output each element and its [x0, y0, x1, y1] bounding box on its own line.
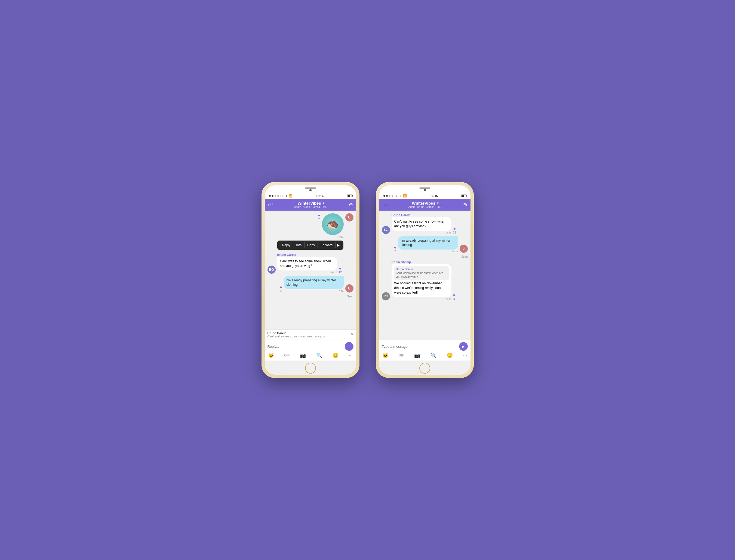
- msg1-like-count: 12: [339, 271, 342, 274]
- msg2-heart: ♥ 2: [280, 285, 282, 293]
- more-toolbar-icon[interactable]: ···: [349, 353, 353, 358]
- signal-dot-2-3: [389, 195, 390, 197]
- input-row-1: ↑: [267, 342, 353, 351]
- p2-bubble-1: Can't wait to see some snow! when are yo…: [392, 217, 451, 231]
- p2-avatar-user: U: [460, 245, 468, 253]
- add-contact-button-1[interactable]: ⊕: [349, 202, 353, 208]
- header-center-1: WinterVibes ▼ Adam, Bruno, Camiia, Eloi.…: [276, 201, 347, 208]
- reply-preview-name: Bruno Garcia: [267, 331, 350, 335]
- quote-reference: Bruno Garcia Can't wait to see some snow…: [394, 266, 449, 280]
- back-chevron-icon: ‹: [268, 202, 269, 207]
- p2-bubble-text-1: Can't wait to see some snow! when are yo…: [394, 220, 445, 228]
- message-row-2: ♥ 2 I'm already preparing all my winter …: [267, 276, 353, 293]
- status-right-2: [461, 195, 466, 197]
- p2-emoji-toolbar-icon[interactable]: 😐: [447, 352, 453, 358]
- chat-area-1: ♥ 2 🦔 16:14 U Reply Info Copy For: [265, 211, 356, 330]
- camera: [309, 189, 312, 191]
- chat-title-1: WinterVibes ▼: [276, 201, 347, 205]
- copy-context-btn[interactable]: Copy: [305, 242, 318, 248]
- send-button-2[interactable]: ▶: [459, 342, 468, 351]
- camera-2: [424, 189, 426, 191]
- heart-icon-msg1[interactable]: ♥: [339, 266, 341, 271]
- p2-heart-icon-msg3[interactable]: ♥: [453, 293, 455, 297]
- sticker-heart: ♥ 2: [318, 213, 320, 221]
- p2-msg3-heart: ♥ 3: [453, 293, 455, 300]
- p2-sticker-toolbar-icon[interactable]: 🐱: [382, 352, 388, 358]
- header-center-2: WinterVibes ▼ Adam, Bruno, Camiia, Eloi.…: [390, 201, 461, 208]
- context-menu-container: Reply Info Copy Forward ▶: [267, 241, 353, 251]
- p2-heart-icon-msg2[interactable]: ♥: [394, 245, 396, 250]
- carrier-label: BELL: [281, 194, 288, 198]
- home-area-2: [379, 361, 470, 375]
- heart-icon-sticker[interactable]: ♥: [318, 213, 320, 218]
- p2-camera-toolbar-icon[interactable]: 📷: [414, 352, 420, 358]
- status-bar-1: BELL 📶 16:16: [265, 192, 356, 199]
- quote-text: Can't wait to see some snow! when are yo…: [396, 271, 447, 279]
- home-button-2[interactable]: [419, 363, 430, 374]
- p2-bubble-text-3: We booked a flight on November 8th..so w…: [394, 281, 442, 294]
- signal-dot-2-2: [386, 195, 388, 197]
- p2-bubble-time-1: 16:15: [392, 231, 451, 234]
- home-button-1[interactable]: [305, 363, 316, 374]
- input-row-2: ▶: [382, 342, 468, 351]
- p2-gif-toolbar-btn[interactable]: GIF: [398, 353, 404, 357]
- gif-toolbar-btn[interactable]: GIF: [284, 353, 290, 357]
- add-person-icon-2: ⊕: [463, 202, 467, 207]
- status-bar-2: BELL 📶 16:16: [379, 192, 470, 199]
- avatar-bruno-1: BG: [267, 266, 276, 274]
- back-button-2[interactable]: ‹ 11: [382, 202, 388, 207]
- status-time-2: 16:16: [430, 194, 438, 198]
- p2-msg2-heart: ♥ 2: [394, 245, 396, 253]
- bubble-text-1: Can't wait to see some snow! when are yo…: [280, 259, 331, 268]
- signal-dot-4: [277, 195, 279, 197]
- back-count-2: 11: [384, 203, 388, 207]
- heart-icon-msg2[interactable]: ♥: [280, 285, 282, 290]
- p2-msg1-like-count: 12: [453, 231, 456, 234]
- emoji-toolbar-icon[interactable]: 😐: [333, 352, 339, 358]
- reply-close-button[interactable]: ✕: [350, 331, 353, 337]
- back-count-1: 11: [270, 203, 273, 207]
- p2-bubble-time-2: 16:16: [398, 250, 458, 253]
- p2-bubble-wrap-2: I'm already preparing all my winter clot…: [398, 236, 458, 253]
- phone-2-screen: BELL 📶 16:16 ‹ 11 WinterVibe: [379, 185, 470, 375]
- battery-icon-2: [461, 195, 466, 197]
- bubble-1: Can't wait to see some snow! when are yo…: [277, 257, 337, 270]
- reply-context-btn[interactable]: Reply: [279, 242, 294, 248]
- signal-dot-2-1: [383, 195, 385, 197]
- forward-context-btn[interactable]: Forward: [318, 242, 336, 248]
- sticker-toolbar-icon[interactable]: 🐱: [268, 352, 274, 358]
- signal-dot-3: [275, 195, 276, 197]
- camera-toolbar-icon[interactable]: 📷: [300, 352, 306, 358]
- reply-preview-1: Bruno Garcia Can't wait to see some snow…: [265, 330, 356, 340]
- add-contact-button-2[interactable]: ⊕: [463, 202, 467, 208]
- title-text-2: WinterVibes: [412, 201, 435, 205]
- dropdown-icon-1: ▼: [322, 202, 325, 205]
- message-input-1[interactable]: [267, 344, 343, 349]
- sticker-image: 🦔: [322, 213, 344, 235]
- p2-message-row-1: BG Bruno Garcia Can't wait to see some s…: [382, 213, 468, 234]
- chat-header-1: ‹ 11 WinterVibes ▼ Adam, Bruno, Camiia, …: [265, 199, 356, 211]
- search-toolbar-icon[interactable]: 🔍: [316, 352, 322, 358]
- speaker: [305, 187, 316, 189]
- sticker-time: 16:14: [337, 236, 344, 238]
- play-context-btn[interactable]: ▶: [336, 242, 341, 248]
- send-icon-2: ▶: [462, 344, 465, 349]
- reply-preview-text: Can't wait to see some snow! when are yo…: [267, 335, 350, 338]
- p2-heart-icon-msg1[interactable]: ♥: [453, 227, 456, 231]
- message-input-2[interactable]: [382, 344, 457, 349]
- signal-dot-1: [269, 195, 271, 197]
- dropdown-icon-2: ▼: [436, 202, 439, 205]
- bubble-wrap-1: Bruno Garcia Can't wait to see some snow…: [277, 253, 337, 274]
- toolbar-2: 🐱 GIF 📷 🔍 😐 ···: [382, 352, 468, 358]
- p2-msg2-like-count: 2: [395, 250, 396, 253]
- p2-bubble-wrap-3: Robin Champ Bruno Garcia Can't wait to s…: [392, 260, 451, 300]
- send-button-1[interactable]: ↑: [345, 342, 353, 351]
- chat-subtitle-1: Adam, Bruno, Camiia, Eloi...: [276, 205, 347, 208]
- p2-message-row-2: ♥ 2 I'm already preparing all my winter …: [382, 236, 468, 253]
- info-context-btn[interactable]: Info: [293, 242, 305, 248]
- carrier-label-2: BELL: [395, 194, 402, 198]
- p2-more-toolbar-icon[interactable]: ···: [463, 353, 467, 358]
- p2-search-toolbar-icon[interactable]: 🔍: [430, 352, 436, 358]
- back-button-1[interactable]: ‹ 11: [268, 202, 274, 207]
- phone-2-top-notch: [379, 185, 470, 192]
